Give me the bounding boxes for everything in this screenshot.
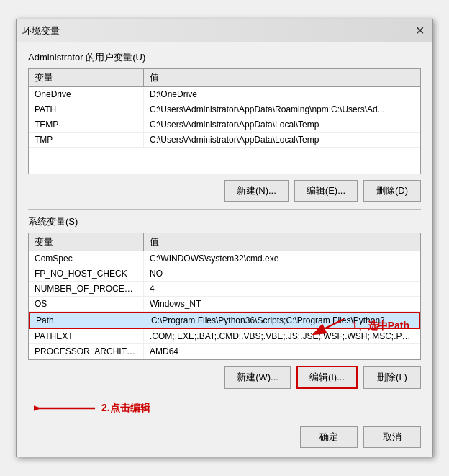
dialog-title: 环境变量 bbox=[22, 24, 60, 37]
system-section-label: 系统变量(S) bbox=[28, 215, 421, 228]
var-name: TMP bbox=[29, 133, 144, 147]
user-col-val: 值 bbox=[144, 69, 420, 86]
var-value: C:\Users\Administrator\AppData\Local\Tem… bbox=[144, 133, 420, 147]
table-row[interactable]: PROCESSOR_ARCHITECT... AMD64 bbox=[29, 344, 420, 359]
var-name: NUMBER_OF_PROCESSORS bbox=[29, 282, 144, 296]
system-table-wrapper: 变量 值 ComSpec C:\WINDOWS\system32\cmd.exe… bbox=[28, 233, 421, 360]
var-name: ComSpec bbox=[29, 251, 144, 266]
table-row[interactable]: ComSpec C:\WINDOWS\system32\cmd.exe bbox=[29, 251, 420, 266]
var-name: TEMP bbox=[29, 117, 144, 132]
sys-col-val: 值 bbox=[144, 233, 420, 251]
user-delete-button[interactable]: 删除(D) bbox=[363, 180, 421, 202]
var-value: NO bbox=[144, 266, 420, 281]
user-table-body[interactable]: OneDrive D:\OneDrive PATH C:\Users\Admin… bbox=[29, 87, 420, 174]
var-value: C:\Program Files\Python36\Scripts;C:\Pro… bbox=[145, 313, 419, 328]
sys-btn-row: 新建(W)... 编辑(I)... 删除(L) bbox=[28, 366, 421, 389]
table-row[interactable]: TEMP C:\Users\Administrator\AppData\Loca… bbox=[29, 117, 420, 133]
sys-delete-button[interactable]: 删除(L) bbox=[363, 366, 421, 389]
cancel-button[interactable]: 取消 bbox=[363, 426, 421, 448]
table-row[interactable]: FP_NO_HOST_CHECK NO bbox=[29, 266, 420, 282]
var-name: Path bbox=[30, 313, 145, 328]
var-value: D:\OneDrive bbox=[144, 87, 420, 102]
title-bar: 环境变量 ✕ bbox=[17, 19, 432, 42]
var-value: C:\Users\Administrator\AppData\Roaming\n… bbox=[144, 102, 420, 117]
user-col-var: 变量 bbox=[29, 69, 144, 86]
table-row[interactable]: OS Windows_NT bbox=[29, 297, 420, 312]
sys-edit-button[interactable]: 编辑(I)... bbox=[296, 366, 358, 389]
path-table-row[interactable]: Path C:\Program Files\Python36\Scripts;C… bbox=[29, 312, 420, 329]
section-divider bbox=[28, 209, 421, 210]
system-variables-table: 变量 值 ComSpec C:\WINDOWS\system32\cmd.exe… bbox=[28, 233, 421, 360]
sys-new-button[interactable]: 新建(W)... bbox=[224, 366, 291, 389]
user-variables-table: 变量 值 OneDrive D:\OneDrive PATH C:\Users\… bbox=[28, 68, 421, 174]
var-value: AMD64 bbox=[144, 344, 420, 359]
var-value: C:\Users\Administrator\AppData\Local\Tem… bbox=[144, 117, 420, 132]
system-table-header: 变量 值 bbox=[29, 233, 420, 251]
sys-col-var: 变量 bbox=[29, 233, 144, 251]
table-row[interactable]: NUMBER_OF_PROCESSORS 4 bbox=[29, 282, 420, 297]
annotation2-text: 2.点击编辑 bbox=[101, 402, 150, 415]
table-row[interactable]: PATHEXT .COM;.EXE;.BAT;.CMD;.VBS;.VBE;.J… bbox=[29, 329, 420, 344]
user-new-button[interactable]: 新建(N)... bbox=[224, 180, 289, 202]
table-row[interactable]: TMP C:\Users\Administrator\AppData\Local… bbox=[29, 133, 420, 148]
table-row[interactable]: PATH C:\Users\Administrator\AppData\Roam… bbox=[29, 102, 420, 117]
ok-button[interactable]: 确定 bbox=[300, 426, 358, 448]
arrow2-icon bbox=[34, 398, 99, 419]
var-name: OneDrive bbox=[29, 87, 144, 102]
var-value: C:\WINDOWS\system32\cmd.exe bbox=[144, 251, 420, 266]
var-value: 4 bbox=[144, 282, 420, 296]
bottom-btn-row: 确定 取消 bbox=[28, 426, 421, 448]
var-name: PATHEXT bbox=[29, 329, 144, 343]
close-button[interactable]: ✕ bbox=[412, 24, 427, 38]
var-name: FP_NO_HOST_CHECK bbox=[29, 266, 144, 281]
table-row[interactable]: OneDrive D:\OneDrive bbox=[29, 87, 420, 102]
user-section-label: Administrator 的用户变量(U) bbox=[28, 51, 421, 64]
var-value: .COM;.EXE;.BAT;.CMD;.VBS;.VBE;.JS;.JSE;.… bbox=[144, 329, 420, 343]
var-name: PATH bbox=[29, 102, 144, 117]
env-variables-dialog: 环境变量 ✕ Administrator 的用户变量(U) 变量 值 OneDr… bbox=[16, 19, 433, 457]
dialog-body: Administrator 的用户变量(U) 变量 值 OneDrive D:\… bbox=[17, 42, 432, 457]
user-btn-row: 新建(N)... 编辑(E)... 删除(D) bbox=[28, 180, 421, 202]
annotation2-row: 2.点击编辑 bbox=[28, 398, 421, 419]
var-name: OS bbox=[29, 297, 144, 311]
sys-btn-container: 新建(W)... 编辑(I)... 删除(L) bbox=[28, 366, 421, 389]
var-name: PROCESSOR_ARCHITECT... bbox=[29, 344, 144, 359]
user-table-header: 变量 值 bbox=[29, 69, 420, 87]
user-edit-button[interactable]: 编辑(E)... bbox=[294, 180, 358, 202]
var-value: Windows_NT bbox=[144, 297, 420, 311]
system-table-body[interactable]: ComSpec C:\WINDOWS\system32\cmd.exe FP_N… bbox=[29, 251, 420, 359]
